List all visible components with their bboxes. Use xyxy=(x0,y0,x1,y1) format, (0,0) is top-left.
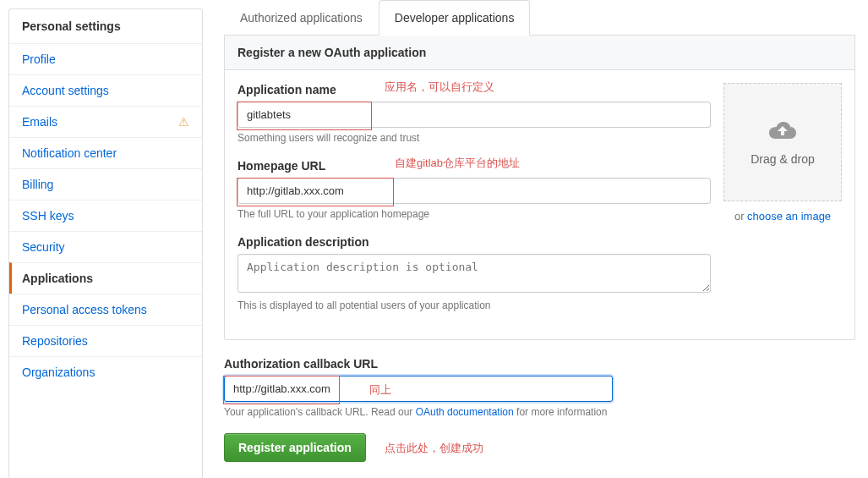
register-button[interactable]: Register application xyxy=(224,433,366,462)
sidebar-item-label: Organizations xyxy=(22,365,95,379)
choose-line: or choose an image xyxy=(723,210,842,223)
sidebar-item-label: SSH keys xyxy=(22,209,74,223)
appname-input[interactable] xyxy=(237,102,711,128)
sidebar-item-ssh-keys[interactable]: SSH keys xyxy=(9,200,202,231)
tab-authorized[interactable]: Authorized applications xyxy=(224,0,379,36)
sidebar-item-security[interactable]: Security xyxy=(9,231,202,262)
sidebar-item-label: Repositories xyxy=(22,334,88,348)
sidebar-item-repositories[interactable]: Repositories xyxy=(9,325,202,356)
sidebar-item-account-settings[interactable]: Account settings xyxy=(9,74,202,106)
drop-area[interactable]: Drag & drop xyxy=(723,83,842,201)
oauth-doc-link[interactable]: OAuth documentation xyxy=(416,406,514,418)
sidebar-item-emails[interactable]: Emails⚠ xyxy=(9,106,202,137)
callback-label: Authorization callback URL xyxy=(224,357,855,371)
sidebar-item-profile[interactable]: Profile xyxy=(9,43,202,74)
annotation-text: 点击此处，创建成功 xyxy=(385,442,483,454)
sidebar-item-label: Applications xyxy=(22,272,93,285)
choose-image-link[interactable]: choose an image xyxy=(747,210,831,223)
upload-zone: Drag & drop or choose an image xyxy=(723,83,842,327)
appname-hint: Something users will recognize and trust xyxy=(237,132,711,144)
sidebar-item-label: Account settings xyxy=(22,84,109,97)
sidebar-header: Personal settings xyxy=(9,9,202,43)
homepage-input[interactable] xyxy=(237,178,711,204)
callback-input[interactable] xyxy=(224,376,613,402)
sidebar-item-applications[interactable]: Applications xyxy=(9,262,202,294)
cloud-upload-icon xyxy=(767,119,798,149)
sidebar-item-label: Security xyxy=(22,240,65,254)
tab-developer[interactable]: Developer applications xyxy=(379,0,531,36)
drop-text: Drag & drop xyxy=(751,152,814,166)
homepage-hint: The full URL to your application homepag… xyxy=(237,208,711,220)
sidebar-item-label: Notification center xyxy=(22,146,117,160)
sidebar-item-label: Profile xyxy=(22,52,56,66)
tabs: Authorized applications Developer applic… xyxy=(224,0,855,36)
appname-label: Application name xyxy=(237,83,711,96)
sidebar-item-organizations[interactable]: Organizations xyxy=(9,356,202,387)
sidebar-item-label: Personal access tokens xyxy=(22,303,147,316)
warning-icon: ⚠ xyxy=(178,115,189,129)
sidebar-item-personal-access-tokens[interactable]: Personal access tokens xyxy=(9,294,202,325)
sidebar: Personal settings Profile Account settin… xyxy=(8,8,203,478)
sidebar-item-notification-center[interactable]: Notification center xyxy=(9,137,202,168)
sidebar-item-label: Emails xyxy=(22,115,57,129)
description-textarea[interactable] xyxy=(237,254,711,293)
callback-hint: Your application's callback URL. Read ou… xyxy=(224,406,855,418)
main: Authorized applications Developer applic… xyxy=(224,0,868,478)
description-hint: This is displayed to all potential users… xyxy=(237,299,711,311)
homepage-label: Homepage URL xyxy=(237,159,711,173)
form-section: Register a new OAuth application Applica… xyxy=(224,36,855,340)
description-label: Application description xyxy=(237,235,711,249)
sidebar-item-label: Billing xyxy=(22,178,53,191)
form-header: Register a new OAuth application xyxy=(225,36,854,70)
sidebar-item-billing[interactable]: Billing xyxy=(9,168,202,200)
